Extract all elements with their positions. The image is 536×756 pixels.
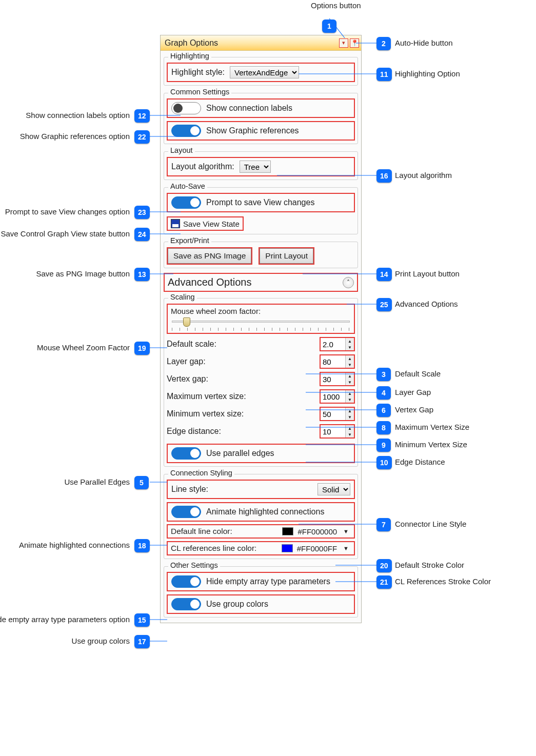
layer-gap-spinner[interactable]: ▲▼ <box>320 354 355 369</box>
color-swatch-icon <box>282 527 293 535</box>
callout-badge: 8 <box>376 421 391 434</box>
spinner-down-icon[interactable]: ▼ <box>346 414 354 420</box>
vertex-gap-row: Vertex gap: ▲▼ <box>167 372 355 386</box>
vertex-gap-spinner[interactable]: ▲▼ <box>320 372 355 386</box>
spinner-down-icon[interactable]: ▼ <box>346 431 354 437</box>
chevron-down-icon[interactable]: ▼ <box>341 528 351 534</box>
hide-empty-array-label: Hide empty array type parameters <box>206 577 330 586</box>
vertex-gap-input[interactable] <box>321 373 345 385</box>
highlight-style-row: Highlight style: VertexAndEdge <box>167 63 355 82</box>
callout-text: Hide empty array type parameters option <box>0 615 130 624</box>
callout-text: Print Layout button <box>395 269 460 278</box>
spinner-up-icon[interactable]: ▲ <box>346 408 354 414</box>
section-title: Layout <box>168 146 195 154</box>
callout-badge: 22 <box>134 130 150 144</box>
mouse-wheel-zoom-row: Mouse wheel zoom factor: <box>167 304 355 334</box>
prompt-save-label: Prompt to save View changes <box>206 198 314 207</box>
spinner-up-icon[interactable]: ▲ <box>346 338 354 344</box>
callout-badge: 12 <box>134 109 150 123</box>
edge-distance-label: Edge distance: <box>167 427 315 436</box>
save-view-state-button[interactable]: Save View State <box>167 216 244 231</box>
advanced-options-label: Advanced Options <box>168 276 251 288</box>
show-connection-labels-toggle[interactable] <box>171 102 201 114</box>
callout-badge: 1 <box>322 19 336 33</box>
callout-badge: 5 <box>134 476 149 489</box>
animate-connections-toggle[interactable] <box>171 506 201 518</box>
spinner-down-icon[interactable]: ▼ <box>346 344 354 350</box>
callout-text: Show Graphic references option <box>20 132 130 141</box>
callout-badge: 13 <box>134 268 150 281</box>
default-line-color-row[interactable]: Default line color: #FF000000 ▼ <box>167 524 355 539</box>
spinner-down-icon[interactable]: ▼ <box>346 362 354 368</box>
callout-badge: 14 <box>376 268 392 281</box>
animate-connections-row: Animate highlighted connections <box>167 502 355 522</box>
max-vertex-input[interactable] <box>321 390 345 403</box>
callout-badge: 20 <box>376 559 392 572</box>
graph-options-panel: Graph Options ▾ 📍 Highlighting Highlight… <box>160 35 362 623</box>
callout-text: Default Stroke Color <box>395 561 464 569</box>
callout-badge: 24 <box>134 228 150 241</box>
export-section: Export/Print Save as PNG Image Print Lay… <box>164 242 358 268</box>
slider-thumb[interactable] <box>183 317 190 327</box>
advanced-options-header[interactable]: Advanced Options ˄ <box>164 273 358 292</box>
callout-badge: 4 <box>376 386 391 400</box>
callout-badge: 25 <box>376 298 392 311</box>
line-style-row: Line style: Solid <box>167 480 355 499</box>
parallel-edges-row: Use parallel edges <box>167 444 355 463</box>
callout-badge: 2 <box>376 37 391 50</box>
highlighting-section: Highlighting Highlight style: VertexAndE… <box>164 57 358 86</box>
edge-distance-spinner[interactable]: ▲▼ <box>320 424 355 439</box>
save-png-button[interactable]: Save as PNG Image <box>168 248 251 264</box>
layout-algorithm-select[interactable]: Tree <box>240 161 271 173</box>
callout-badge: 6 <box>376 404 391 417</box>
autohide-button[interactable]: 📍 <box>350 38 359 48</box>
common-section: Common Settings Show connection labels S… <box>164 93 358 144</box>
vertex-gap-label: Vertex gap: <box>167 374 315 384</box>
spinner-down-icon[interactable]: ▼ <box>346 379 354 385</box>
callout-text: Use group colors <box>72 636 130 645</box>
highlight-style-select[interactable]: VertexAndEdge <box>230 66 299 78</box>
hide-empty-array-toggle[interactable] <box>171 575 201 588</box>
save-view-state-label: Save View State <box>183 220 240 228</box>
chevron-up-icon[interactable]: ˄ <box>343 277 354 288</box>
callout-text: Layer Gap <box>395 388 431 396</box>
callout-text: Highlighting Option <box>395 69 460 78</box>
cl-line-color-row[interactable]: CL references line color: #FF0000FF ▼ <box>167 541 355 555</box>
layer-gap-input[interactable] <box>321 355 345 368</box>
show-connection-labels-row: Show connection labels <box>167 98 355 118</box>
parallel-edges-label: Use parallel edges <box>206 449 274 458</box>
animate-connections-label: Animate highlighted connections <box>206 507 324 516</box>
min-vertex-input[interactable] <box>321 408 345 420</box>
callout-badge: 15 <box>134 613 150 627</box>
default-scale-row: Default scale: ▲▼ <box>167 337 355 351</box>
spinner-up-icon[interactable]: ▲ <box>346 373 354 379</box>
default-scale-spinner[interactable]: ▲▼ <box>320 337 355 351</box>
spinner-up-icon[interactable]: ▲ <box>346 390 354 396</box>
use-group-colors-label: Use group colors <box>206 600 268 609</box>
parallel-edges-toggle[interactable] <box>171 447 201 460</box>
max-vertex-spinner[interactable]: ▲▼ <box>320 389 355 404</box>
chevron-down-icon[interactable]: ▼ <box>341 545 351 551</box>
mouse-wheel-zoom-slider[interactable] <box>171 316 351 332</box>
section-title: Common Settings <box>168 88 231 96</box>
default-scale-input[interactable] <box>321 338 345 350</box>
line-style-select[interactable]: Solid <box>317 483 350 495</box>
callout-text: Prompt to save View changes option <box>5 207 130 216</box>
max-vertex-row: Maximum vertex size: ▲▼ <box>167 389 355 404</box>
print-layout-button[interactable]: Print Layout <box>260 248 313 264</box>
min-vertex-spinner[interactable]: ▲▼ <box>320 407 355 421</box>
use-group-colors-toggle[interactable] <box>171 598 201 610</box>
show-graphic-references-toggle[interactable] <box>171 125 201 137</box>
default-line-color-label: Default line color: <box>171 527 278 536</box>
show-connection-labels-label: Show connection labels <box>206 104 292 113</box>
spinner-up-icon[interactable]: ▲ <box>346 355 354 362</box>
spinner-down-icon[interactable]: ▼ <box>346 396 354 403</box>
callout-badge: 21 <box>376 575 392 589</box>
callout-badge: 7 <box>376 518 391 531</box>
edge-distance-input[interactable] <box>321 425 345 437</box>
callout-text: Connector Line Style <box>395 520 466 528</box>
prompt-save-toggle[interactable] <box>171 196 201 209</box>
options-button[interactable]: ▾ <box>339 38 348 48</box>
callout-badge: 11 <box>376 68 392 81</box>
spinner-up-icon[interactable]: ▲ <box>346 425 354 431</box>
